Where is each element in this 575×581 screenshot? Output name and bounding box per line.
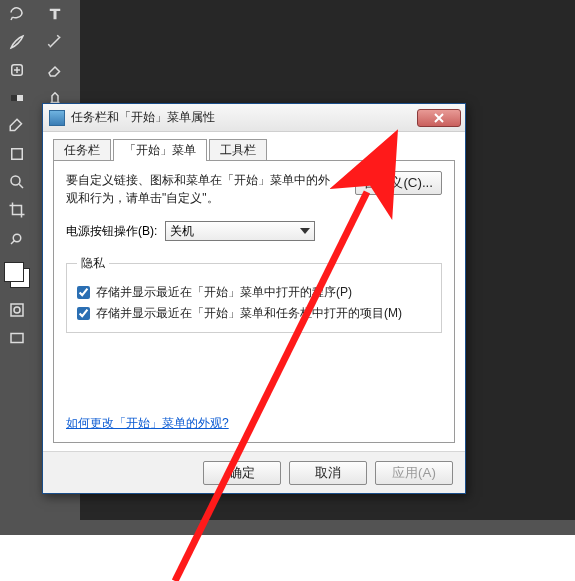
eraser-icon[interactable] (41, 58, 69, 82)
tab-taskbar[interactable]: 任务栏 (53, 139, 111, 161)
status-bar (0, 535, 575, 581)
dodge-icon[interactable] (3, 226, 31, 250)
svg-rect-2 (11, 95, 17, 101)
privacy-check-programs-input[interactable] (77, 286, 90, 299)
spot-heal-icon[interactable] (3, 58, 31, 82)
quickmask-icon[interactable] (3, 298, 31, 322)
brush-icon[interactable] (3, 30, 31, 54)
svg-rect-6 (11, 304, 23, 316)
tab-toolbars[interactable]: 工具栏 (209, 139, 267, 161)
dialog-body: 任务栏 「开始」菜单 工具栏 要自定义链接、图标和菜单在「开始」菜单中的外观和行… (43, 132, 465, 451)
gradient-icon[interactable] (3, 86, 31, 110)
window-title: 任务栏和「开始」菜单属性 (71, 109, 417, 126)
zoom-icon[interactable] (3, 170, 31, 194)
privacy-legend: 隐私 (77, 255, 109, 272)
shape-icon[interactable] (3, 142, 31, 166)
cancel-button[interactable]: 取消 (289, 461, 367, 485)
tabs-row: 任务栏 「开始」菜单 工具栏 (53, 138, 455, 160)
privacy-check-items-input[interactable] (77, 307, 90, 320)
titlebar[interactable]: 任务栏和「开始」菜单属性 (43, 104, 465, 132)
pen-icon[interactable] (3, 114, 31, 138)
power-button-combo[interactable]: 关机 (165, 221, 315, 241)
privacy-check-items-label: 存储并显示最近在「开始」菜单和任务栏中打开的项目(M) (96, 305, 402, 322)
customize-button[interactable]: 自定义(C)... (355, 171, 442, 195)
svg-rect-8 (11, 334, 23, 343)
tab-start-menu[interactable]: 「开始」菜单 (113, 139, 207, 161)
svg-rect-3 (12, 149, 23, 160)
apply-button[interactable]: 应用(A) (375, 461, 453, 485)
svg-point-7 (14, 307, 20, 313)
svg-point-4 (11, 176, 20, 185)
tab-panel-start-menu: 要自定义链接、图标和菜单在「开始」菜单中的外观和行为，请单击"自定义"。 自定义… (53, 160, 455, 443)
privacy-group: 隐私 存储并显示最近在「开始」菜单中打开的程序(P) 存储并显示最近在「开始」菜… (66, 255, 442, 333)
power-button-label: 电源按钮操作(B): (66, 223, 157, 240)
properties-dialog: 任务栏和「开始」菜单属性 任务栏 「开始」菜单 工具栏 要自定义链接、图标和菜单… (42, 103, 466, 494)
privacy-check-items[interactable]: 存储并显示最近在「开始」菜单和任务栏中打开的项目(M) (77, 305, 431, 322)
privacy-check-programs-label: 存储并显示最近在「开始」菜单中打开的程序(P) (96, 284, 352, 301)
close-button[interactable] (417, 109, 461, 127)
tool-strip-left-1 (0, 0, 34, 540)
crop-icon[interactable] (3, 198, 31, 222)
privacy-check-programs[interactable]: 存储并显示最近在「开始」菜单中打开的程序(P) (77, 284, 431, 301)
window-icon (49, 110, 65, 126)
lasso-icon[interactable] (3, 2, 31, 26)
type-icon[interactable] (41, 2, 69, 26)
screen-mode-icon[interactable] (3, 326, 31, 350)
help-link[interactable]: 如何更改「开始」菜单的外观? (66, 416, 229, 430)
chevron-down-icon (300, 228, 310, 234)
dialog-footer: 确定 取消 应用(A) (43, 451, 465, 493)
wand-icon[interactable] (41, 30, 69, 54)
color-swatch[interactable] (2, 260, 32, 294)
power-button-value: 关机 (170, 223, 194, 240)
ok-button[interactable]: 确定 (203, 461, 281, 485)
customize-description: 要自定义链接、图标和菜单在「开始」菜单中的外观和行为，请单击"自定义"。 (66, 171, 339, 207)
